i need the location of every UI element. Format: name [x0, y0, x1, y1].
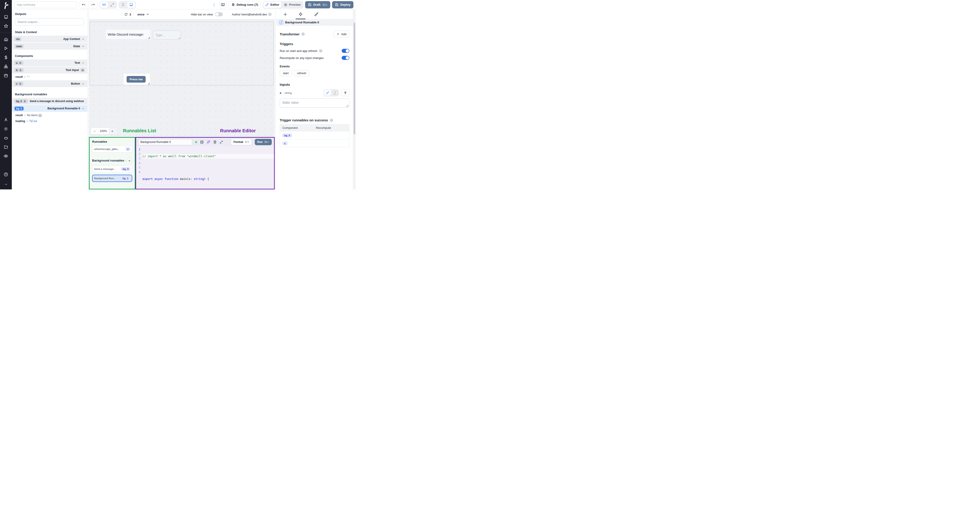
tab-insert-plus[interactable]	[280, 10, 290, 19]
background-runnables-title: Background runnables	[92, 159, 124, 162]
button-component-box[interactable]: Press me	[124, 74, 150, 85]
text-input-component[interactable]: Type...	[153, 30, 181, 40]
deploy-button[interactable]: Deploy	[332, 1, 353, 8]
fullwidth-layout-button[interactable]	[108, 2, 116, 8]
tab-styling-brush[interactable]	[311, 10, 321, 19]
resize-handle[interactable]	[178, 37, 180, 39]
output-row-state[interactable]: state State	[12, 43, 88, 50]
runnable-item-bg1-selected[interactable]: Background Run... bg_1	[92, 175, 132, 182]
column-header: Component	[280, 126, 316, 129]
home-icon[interactable]	[2, 35, 10, 43]
zoom-in-button[interactable]: +	[109, 128, 116, 134]
undo-button[interactable]	[79, 2, 88, 8]
trigger-runnables-table: Component Recompute bg_0 c	[280, 124, 349, 147]
runnable-name-input[interactable]	[138, 139, 192, 145]
debug-runs-button[interactable]: Debug runs (7)	[229, 1, 261, 8]
expand-icon[interactable]	[220, 140, 223, 144]
mobile-view-button[interactable]	[119, 2, 127, 8]
topbar: ⋮ Debug runs (7) Editor Preview Draft⌘S …	[12, 0, 356, 10]
diamonds-icon	[298, 12, 303, 17]
static-mode-button[interactable]	[324, 90, 331, 96]
eval-mode-button[interactable]: f	[332, 90, 339, 96]
ai-wand-icon[interactable]	[207, 140, 210, 144]
add-background-runnable-button[interactable]: +	[127, 158, 132, 163]
runs-play-icon[interactable]	[2, 44, 10, 53]
scrollbar-thumb[interactable]	[354, 23, 355, 134]
info-icon	[319, 49, 322, 53]
pointer-icon	[19, 62, 22, 64]
event-refresh-button[interactable]: refresh	[294, 70, 309, 76]
format-button[interactable]: Format ⌘S	[231, 139, 251, 145]
bug-icon	[231, 3, 235, 6]
favorites-star-icon[interactable]	[2, 22, 10, 30]
output-row-b[interactable]: b Text Input	[12, 67, 88, 73]
refresh-button[interactable]: 2	[122, 11, 134, 18]
event-start-button[interactable]: start	[280, 70, 292, 76]
run-button[interactable]: Run ⌘↵	[255, 139, 272, 145]
scrollbar[interactable]	[353, 10, 356, 189]
code-editor[interactable]: 1 2 3 4 5 6 // import * as wmill from "w…	[136, 146, 274, 189]
delete-trash-icon[interactable]	[213, 140, 216, 144]
windmill-logo-icon[interactable]	[3, 2, 9, 9]
components-title: Components	[12, 50, 88, 59]
info-icon	[268, 13, 272, 16]
resize-handle[interactable]	[148, 83, 150, 84]
tab-editor[interactable]: Editor	[263, 2, 281, 8]
run-on-start-toggle[interactable]	[342, 49, 349, 53]
desktop-view-button[interactable]	[127, 2, 135, 8]
hide-bar-label: Hide bar on view	[191, 13, 213, 16]
cache-database-icon[interactable]	[200, 140, 204, 144]
textarea-resize-handle[interactable]	[346, 105, 348, 107]
folders-icon[interactable]	[2, 143, 10, 151]
refresh-interval-dropdown[interactable]: once	[137, 13, 149, 16]
zoom-out-button[interactable]: −	[91, 128, 98, 134]
trigger-on-success-title: Trigger runnables on success	[280, 118, 349, 122]
workers-robot-icon[interactable]	[2, 134, 10, 142]
output-row-a[interactable]: a Text	[12, 59, 88, 66]
static-value-input[interactable]	[280, 99, 349, 108]
workspace-icon[interactable]	[2, 13, 10, 21]
docs-button[interactable]	[219, 1, 227, 8]
line-numbers: 1 2 3 4 5 6	[136, 147, 142, 189]
tab-preview[interactable]: Preview	[282, 2, 302, 8]
app-summary-input[interactable]	[14, 2, 77, 8]
app-canvas[interactable]: Write Discord message: Type... Press me …	[89, 19, 275, 137]
function-icon: f	[333, 91, 337, 95]
recompute-toggle[interactable]	[342, 56, 349, 60]
variables-dollar-icon[interactable]: $	[2, 53, 10, 62]
chevron-down-icon	[82, 62, 84, 64]
audit-eye-icon[interactable]	[2, 152, 10, 160]
help-icon[interactable]	[2, 170, 10, 178]
kebab-menu-icon[interactable]: ⋮	[211, 3, 217, 7]
pointer-icon	[23, 100, 26, 103]
hide-bar-toggle[interactable]	[215, 12, 223, 16]
settings-gear-icon[interactable]	[2, 125, 10, 133]
runnable-item-bg0[interactable]: Send a message... bg_0	[92, 166, 132, 173]
tab-settings-components[interactable]	[296, 10, 305, 19]
output-row-bg1[interactable]: bg_1 Background Runnable 0	[12, 105, 88, 112]
runnable-badge: bg_1	[121, 177, 130, 180]
redo-button[interactable]	[88, 2, 97, 8]
output-row-bg0[interactable]: bg_0 Send a message to discord using web…	[12, 98, 88, 105]
connect-plug-button[interactable]	[341, 89, 349, 96]
resize-handle[interactable]	[148, 37, 150, 38]
schedules-calendar-icon[interactable]	[2, 72, 10, 80]
collapse-arrow-icon[interactable]: →	[2, 180, 10, 188]
output-row-ctx[interactable]: ctx App Context	[12, 36, 88, 43]
output-row-c[interactable]: c Button	[12, 80, 88, 87]
search-outputs-input[interactable]	[15, 18, 84, 25]
runnable-badge: c	[126, 147, 130, 151]
add-transformer-button[interactable]: Add	[334, 30, 349, 37]
table-row: c	[280, 139, 349, 147]
resources-cubes-icon[interactable]	[2, 62, 10, 70]
code-lines: // import * as wmill from "windmill-clie…	[142, 147, 274, 189]
center-layout-button[interactable]	[100, 2, 108, 8]
runnable-item-c[interactable]: u/henri/scrape_githu... c	[92, 145, 132, 153]
maximize-icon	[110, 3, 114, 6]
text-component[interactable]: Write Discord message:	[106, 30, 150, 39]
users-icon[interactable]	[2, 116, 10, 124]
press-me-button[interactable]: Press me	[127, 76, 146, 83]
chevron-up-icon	[81, 69, 84, 72]
table-row: bg_0	[280, 131, 349, 139]
draft-button[interactable]: Draft⌘S	[305, 1, 330, 8]
